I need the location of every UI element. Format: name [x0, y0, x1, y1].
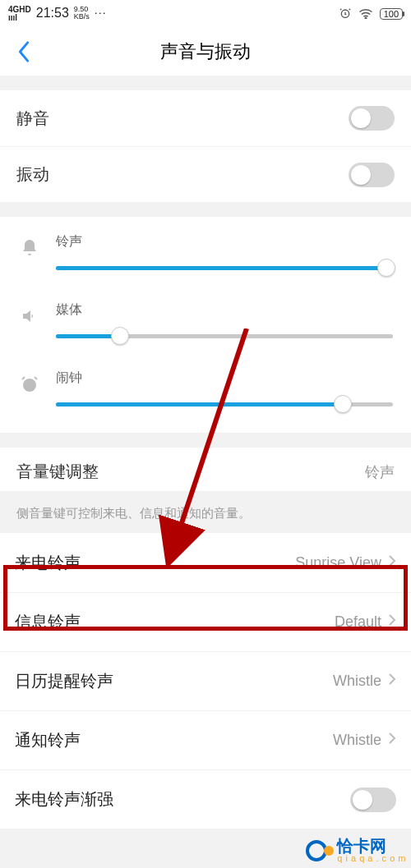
speaker-icon [18, 306, 41, 326]
notify-ringtone-value: Whistle [333, 732, 381, 749]
calendar-ringtone-row[interactable]: 日历提醒铃声 Whistle [0, 651, 411, 710]
ringtone-panel: 来电铃声 Sunrise View 信息铃声 Default 日历提醒铃声 Wh… [0, 533, 411, 829]
battery-icon: 100 [380, 8, 403, 20]
svg-point-1 [365, 17, 367, 19]
mute-row[interactable]: 静音 [0, 90, 411, 146]
media-slider[interactable] [56, 327, 393, 347]
chevron-right-icon [388, 732, 396, 749]
ringtone-slider-row: 铃声 [0, 225, 411, 293]
crescendo-switch[interactable] [350, 788, 396, 812]
crescendo-label: 来电铃声渐强 [15, 788, 113, 811]
wifi-icon [358, 7, 373, 21]
vibrate-row[interactable]: 振动 [0, 146, 411, 202]
notify-ringtone-row[interactable]: 通知铃声 Whistle [0, 710, 411, 769]
bell-icon [18, 238, 41, 258]
message-ringtone-row[interactable]: 信息铃声 Default [0, 592, 411, 651]
mute-label: 静音 [16, 108, 49, 130]
incoming-ringtone-row[interactable]: 来电铃声 Sunrise View [0, 533, 411, 592]
message-ringtone-label: 信息铃声 [15, 611, 81, 633]
mute-switch[interactable] [349, 106, 395, 131]
status-time: 21:53 [36, 6, 69, 21]
vibrate-label: 振动 [16, 163, 49, 186]
volume-key-row[interactable]: 音量键调整 铃声 [0, 448, 411, 491]
signal-icon: 4GHDıııl [8, 6, 31, 22]
toggle-panel: 静音 振动 [0, 90, 411, 202]
volume-key-desc: 侧音量键可控制来电、信息和通知的音量。 [0, 491, 411, 533]
ringtone-slider[interactable] [56, 259, 393, 278]
svg-point-2 [23, 379, 36, 392]
alarm-icon [339, 7, 352, 22]
chevron-right-icon [388, 673, 396, 690]
alarm-slider-label: 闹钟 [56, 370, 393, 387]
alarm-slider-row: 闹钟 [0, 361, 411, 429]
media-slider-label: 媒体 [56, 301, 393, 319]
status-bar: 4GHDıııl 21:53 9.50KB/s ··· 100 [0, 0, 411, 28]
vibrate-switch[interactable] [349, 163, 395, 187]
message-ringtone-value: Default [335, 613, 381, 631]
notify-ringtone-label: 通知铃声 [15, 729, 81, 751]
net-speed: 9.50KB/s [74, 6, 90, 21]
incoming-ringtone-value: Sunrise View [295, 554, 381, 572]
chevron-right-icon [388, 613, 396, 631]
more-icon: ··· [95, 6, 107, 19]
calendar-ringtone-value: Whistle [333, 673, 381, 690]
volume-panel: 铃声 媒体 闹钟 [0, 217, 411, 433]
volume-key-value: 铃声 [365, 462, 395, 482]
ringtone-slider-label: 铃声 [56, 233, 393, 250]
calendar-ringtone-label: 日历提醒铃声 [15, 670, 113, 692]
page-title: 声音与振动 [160, 39, 251, 64]
media-slider-row: 媒体 [0, 293, 411, 361]
chevron-right-icon [388, 554, 396, 572]
clock-icon [18, 374, 41, 394]
watermark: 恰卡网 q i a q a . c o m [306, 838, 406, 863]
back-button[interactable] [12, 39, 36, 64]
volume-key-label: 音量键调整 [16, 461, 99, 483]
page-header: 声音与振动 [0, 28, 411, 76]
alarm-slider[interactable] [56, 395, 393, 415]
crescendo-row[interactable]: 来电铃声渐强 [0, 769, 411, 829]
incoming-ringtone-label: 来电铃声 [15, 552, 81, 574]
